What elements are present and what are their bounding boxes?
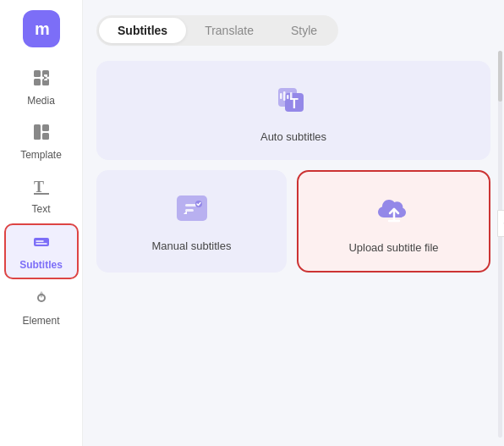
- sidebar-item-text-label: Text: [31, 203, 50, 215]
- auto-subtitles-icon: T: [271, 78, 315, 122]
- subtitles-icon: [31, 232, 52, 256]
- svg-rect-21: [283, 91, 286, 101]
- sidebar-item-element-label: Element: [22, 315, 59, 327]
- svg-rect-8: [42, 124, 49, 131]
- sidebar-item-text[interactable]: T Text: [4, 169, 79, 222]
- manual-subtitles-icon: [170, 187, 214, 231]
- manual-subtitles-card[interactable]: Manual subtitles: [96, 170, 287, 273]
- svg-rect-9: [42, 133, 49, 140]
- upload-subtitle-label: Upload subtitle file: [348, 241, 438, 254]
- svg-rect-26: [185, 209, 194, 212]
- app-logo[interactable]: m: [23, 10, 60, 47]
- upload-subtitle-card[interactable]: Upload subtitle file: [297, 170, 490, 273]
- tab-style[interactable]: Style: [272, 18, 336, 43]
- sidebar-item-media-label: Media: [27, 95, 55, 107]
- sidebar-item-subtitles[interactable]: Subtitles: [4, 223, 79, 279]
- sidebar-item-template[interactable]: Template: [4, 115, 79, 168]
- svg-rect-12: [34, 238, 49, 246]
- template-icon: [31, 122, 52, 146]
- svg-rect-20: [280, 93, 282, 99]
- content-area: T Auto subtitles Ma: [96, 61, 490, 431]
- tab-subtitles[interactable]: Subtitles: [99, 18, 186, 43]
- svg-rect-3: [34, 79, 41, 85]
- upload-subtitle-icon: [372, 189, 416, 233]
- sidebar-item-template-label: Template: [20, 149, 62, 161]
- svg-rect-7: [34, 124, 41, 140]
- tab-bar: Subtitles Translate Style: [96, 15, 338, 46]
- element-icon: [31, 288, 52, 311]
- sidebar-item-subtitles-label: Subtitles: [19, 259, 63, 271]
- tab-translate[interactable]: Translate: [186, 18, 272, 43]
- svg-text:m: m: [35, 19, 50, 38]
- two-col-row: Manual subtitles Upload subtitle file: [96, 170, 490, 273]
- manual-subtitles-label: Manual subtitles: [152, 240, 232, 252]
- sidebar-item-media[interactable]: Media: [4, 61, 79, 113]
- scrollbar-thumb: [498, 51, 502, 102]
- main-area: Subtitles Translate Style T Auto subtitl…: [83, 0, 504, 446]
- sidebar-item-element[interactable]: Element: [4, 281, 79, 333]
- auto-subtitles-label: Auto subtitles: [260, 130, 326, 143]
- svg-rect-1: [34, 70, 41, 77]
- svg-rect-23: [290, 92, 293, 100]
- media-icon: [31, 68, 52, 91]
- sidebar: m Media Template: [0, 0, 83, 446]
- collapse-handle[interactable]: ‹: [497, 210, 504, 237]
- text-icon: T: [31, 176, 52, 200]
- scrollbar[interactable]: [498, 51, 502, 438]
- svg-rect-22: [287, 95, 289, 99]
- auto-subtitles-card[interactable]: T Auto subtitles: [96, 61, 490, 160]
- svg-rect-24: [177, 195, 207, 221]
